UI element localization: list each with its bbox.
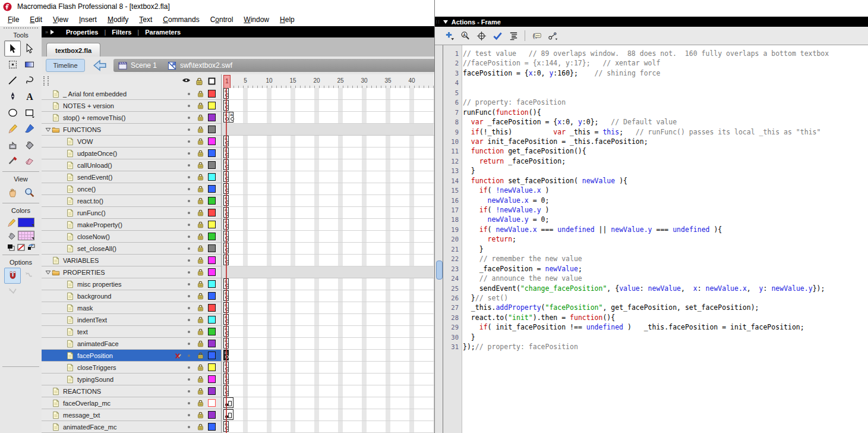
timeline-divider[interactable] — [221, 74, 222, 433]
layer-frames-track[interactable]: a — [222, 350, 434, 362]
layer-frames-track[interactable]: a — [222, 278, 434, 290]
layer-visibility-dot[interactable] — [185, 100, 192, 111]
gradient-transform-tool[interactable] — [21, 57, 37, 73]
layer-frames-track[interactable]: a — [222, 243, 434, 255]
layer-visibility-dot[interactable] — [185, 171, 192, 183]
layer-visibility-dot[interactable] — [185, 326, 192, 337]
layer-lock-icon[interactable] — [195, 326, 205, 337]
layer-lock-icon[interactable] — [195, 409, 205, 421]
layer-visibility-dot[interactable] — [185, 207, 192, 218]
layer-row-misc-properties[interactable]: misc propertiesa — [42, 278, 434, 290]
layer-outline-color-swatch[interactable] — [207, 421, 216, 432]
layer-row-closetriggers[interactable]: closeTriggersa — [42, 362, 434, 374]
layer-visibility-dot[interactable] — [185, 314, 192, 325]
layer-outline-color-swatch[interactable] — [207, 171, 216, 183]
layer-lock-icon[interactable] — [195, 195, 205, 206]
layer-lock-icon[interactable] — [195, 243, 205, 254]
folder-disclosure-triangle[interactable] — [44, 269, 52, 275]
timeline-toggle-button[interactable]: Timeline — [46, 59, 85, 72]
default-colors-button[interactable] — [7, 244, 15, 251]
script-editor[interactable]: 1234567891011121314151617181920212223242… — [435, 45, 868, 433]
menu-modify[interactable]: Modify — [102, 14, 134, 25]
layer-row--arial-font-embedded[interactable]: _ Arial font embeddeda — [42, 88, 434, 100]
layer-lock-icon[interactable] — [195, 302, 205, 313]
scrollbar-thumb[interactable] — [436, 261, 443, 280]
tab-properties[interactable]: Properties — [60, 29, 104, 36]
layer-visibility-dot[interactable] — [185, 219, 192, 230]
layer-outline-color-swatch[interactable] — [207, 112, 216, 123]
lock-layers-icon[interactable] — [195, 77, 204, 86]
layer-frames-track[interactable] — [222, 266, 434, 278]
layer-frames-track[interactable]: a — [222, 136, 434, 148]
eyedropper-tool[interactable] — [4, 153, 21, 169]
layer-row-sendevent-[interactable]: sendEvent()a — [42, 171, 434, 183]
layer-row-react-to-[interactable]: react.to()a — [42, 195, 434, 207]
layer-outline-color-swatch[interactable] — [207, 290, 216, 302]
layer-row-vow[interactable]: VOWa — [42, 136, 434, 148]
layer-frames-track[interactable]: a — [222, 207, 434, 219]
layer-lock-icon[interactable] — [195, 124, 205, 135]
layer-row-animatedface-mc[interactable]: animatedFace_mca — [42, 421, 434, 433]
tab-filters[interactable]: Filters — [106, 29, 137, 36]
layer-visibility-dot[interactable] — [185, 124, 192, 135]
expand-triangle-icon[interactable] — [50, 30, 54, 34]
show-code-hint-button[interactable]: ( — [531, 30, 542, 42]
layer-outline-color-swatch[interactable] — [207, 219, 216, 230]
layer-visibility-dot[interactable] — [185, 231, 192, 242]
menu-window[interactable]: Window — [238, 14, 274, 25]
arrow-tool[interactable] — [4, 40, 21, 57]
layer-outline-color-swatch[interactable] — [207, 350, 216, 361]
layer-lock-icon[interactable] — [195, 397, 205, 409]
layer-lock-icon[interactable] — [195, 290, 205, 302]
layer-visibility-dot[interactable] — [185, 302, 192, 313]
insert-target-path-button[interactable] — [475, 30, 487, 42]
layer-row-reactions[interactable]: REACTIONSa — [42, 385, 434, 397]
check-syntax-button[interactable] — [491, 30, 503, 42]
layer-frames-track[interactable]: a — [222, 148, 434, 159]
layer-frames-track[interactable]: a — [222, 100, 434, 112]
layer-frames-track[interactable]: a — [222, 314, 434, 326]
layer-outline-color-swatch[interactable] — [207, 148, 216, 159]
layer-frames-track[interactable]: a — [222, 374, 434, 385]
layer-lock-icon[interactable] — [195, 112, 205, 123]
layer-lock-icon[interactable] — [195, 148, 205, 159]
menu-control[interactable]: Control — [205, 14, 239, 25]
lasso-tool[interactable] — [21, 73, 37, 89]
layer-lock-icon[interactable] — [195, 231, 205, 242]
layer-row-variables[interactable]: VARIABLESa — [42, 255, 434, 266]
layer-frames-track[interactable]: a — [222, 302, 434, 314]
layer-frames-track[interactable]: a — [222, 195, 434, 207]
rectangle-tool[interactable] — [21, 105, 37, 121]
pencil-tool[interactable] — [4, 121, 21, 137]
menu-file[interactable]: File — [2, 14, 24, 25]
layer-row-stop-removethis-[interactable]: stop() + removeThis()aa — [42, 112, 434, 124]
paint-bucket-tool[interactable] — [21, 137, 37, 153]
panel-grip[interactable] — [4, 27, 38, 30]
layer-frames-track[interactable]: a — [222, 88, 434, 100]
text-tool[interactable]: A — [21, 89, 37, 105]
smooth-button[interactable] — [21, 268, 37, 284]
layer-outline-color-swatch[interactable] — [207, 88, 216, 99]
layer-folder-functions[interactable]: FUNCTIONS — [42, 124, 434, 136]
zoom-tool[interactable] — [21, 184, 37, 200]
layer-frames-track[interactable]: a — [222, 290, 434, 302]
layer-lock-icon[interactable] — [195, 350, 205, 361]
layer-visibility-dot[interactable] — [185, 195, 192, 206]
layer-visibility-dot[interactable] — [185, 290, 192, 302]
layer-lock-icon[interactable] — [195, 338, 205, 349]
layer-row-indenttext[interactable]: indentTexta — [42, 314, 434, 326]
layer-frames-track[interactable]: a — [222, 362, 434, 374]
layer-outline-color-swatch[interactable] — [207, 195, 216, 206]
fill-color-swatch[interactable] — [18, 231, 34, 240]
layer-lock-icon[interactable] — [195, 183, 205, 194]
layer-frames-track[interactable]: a — [222, 421, 434, 433]
layer-row-set-closeall-[interactable]: set_closeAll()a — [42, 243, 434, 255]
layer-lock-icon[interactable] — [195, 171, 205, 183]
layer-outline-color-swatch[interactable] — [207, 385, 216, 397]
layer-row-callunload-[interactable]: callUnload()a — [42, 159, 434, 171]
pen-tool[interactable] — [4, 89, 21, 105]
oval-tool[interactable] — [4, 105, 21, 121]
layer-outline-color-swatch[interactable] — [207, 159, 216, 171]
outline-layers-icon[interactable] — [207, 77, 216, 86]
debug-options-button[interactable] — [547, 30, 558, 42]
